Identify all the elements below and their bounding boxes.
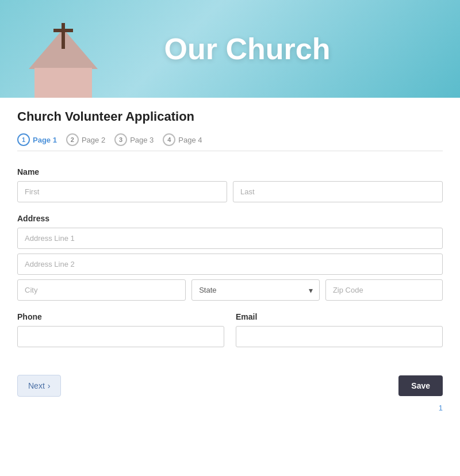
page-circle-3: 3 [114,133,127,146]
address-line1-row [17,228,443,249]
address-section: Address State Alabama Alaska Arizona Ark… [17,214,443,301]
page-number: 1 [17,404,443,412]
name-label: Name [17,167,443,176]
button-row: Next › Save [17,375,443,397]
page-indicators: 1 Page 1 2 Page 2 3 Page 3 4 Page [17,133,443,151]
phone-input[interactable] [17,326,224,347]
phone-email-row: Phone Email [17,312,443,359]
svg-rect-1 [34,68,92,98]
next-button[interactable]: Next › [17,375,61,397]
page-indicator-2[interactable]: 2 Page 2 [66,133,105,146]
page-circle-2: 2 [66,133,79,146]
page-indicator-4[interactable]: 4 Page 4 [163,133,202,146]
state-select-wrapper: State Alabama Alaska Arizona Arkansas Ca… [191,279,320,301]
page-indicator-1[interactable]: 1 Page 1 [17,133,57,146]
last-name-input[interactable] [233,181,443,202]
address-label: Address [17,214,443,223]
page-circle-4: 4 [163,133,175,146]
address-line1-input[interactable] [17,228,443,249]
page-circle-1: 1 [17,133,30,146]
svg-rect-2 [62,23,65,49]
page-label-3: Page 3 [130,136,154,144]
address-line2-row [17,254,443,275]
page-label-1: Page 1 [33,136,57,144]
church-illustration [17,23,109,98]
state-select[interactable]: State Alabama Alaska Arizona Arkansas Ca… [191,279,320,301]
phone-section: Phone [17,312,224,347]
email-label: Email [236,312,443,321]
address-line2-input[interactable] [17,254,443,275]
name-section: Name [17,167,443,202]
svg-rect-3 [53,29,73,32]
form-title: Church Volunteer Application [17,109,443,124]
save-button[interactable]: Save [398,375,443,396]
page-indicator-3[interactable]: 3 Page 3 [114,133,154,146]
zip-input[interactable] [325,279,443,301]
city-input[interactable] [17,279,186,301]
next-button-label: Next [28,381,45,390]
page-label-4: Page 4 [178,136,202,144]
email-input[interactable] [236,326,443,347]
page-label-2: Page 2 [82,136,105,144]
city-state-zip-row: State Alabama Alaska Arizona Arkansas Ca… [17,279,443,301]
next-chevron-icon: › [48,381,51,390]
email-section: Email [236,312,443,347]
banner: Our Church [0,0,460,98]
phone-label: Phone [17,312,224,321]
save-button-label: Save [411,381,430,390]
name-row [17,181,443,202]
first-name-input[interactable] [17,181,227,202]
banner-title: Our Church [164,32,331,66]
